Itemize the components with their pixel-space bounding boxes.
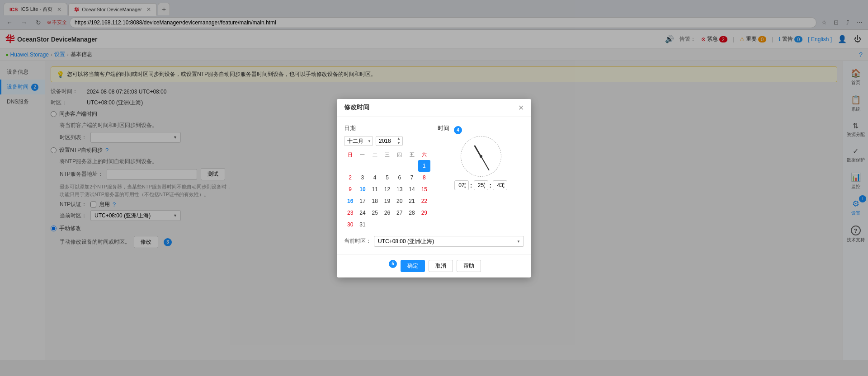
cal-day-16[interactable]: 16 (344, 195, 356, 207)
second-up-button[interactable]: ▲ (501, 181, 506, 185)
cal-day-8[interactable]: 8 (418, 172, 430, 183)
cal-day-empty (406, 160, 418, 172)
cal-day-20[interactable]: 20 (393, 195, 406, 207)
modal-timezone-select[interactable]: UTC+08:00 (亚洲/上海) (374, 236, 524, 247)
year-spinners: ▲ ▼ (396, 136, 402, 146)
minute-hand (481, 156, 490, 170)
cal-day-6[interactable]: 6 (393, 172, 406, 183)
hour-spinners: ▲ ▼ (462, 181, 468, 189)
cal-day-empty (406, 219, 418, 230)
step4-badge: 4 (454, 126, 462, 134)
cal-header-tue: 二 (369, 150, 381, 160)
hour-input-wrapper: ▲ ▼ (454, 180, 469, 190)
cal-day-empty (356, 160, 368, 172)
cal-day-26[interactable]: 26 (381, 207, 393, 219)
modal-footer: 5 确定 取消 帮助 (337, 254, 531, 277)
date-section-header: 日期 (344, 124, 430, 132)
modal-overlay: 修改时间 ✕ 日期 十二月 (0, 0, 868, 360)
cal-day-30[interactable]: 30 (344, 219, 356, 230)
modal-title: 修改时间 (344, 103, 369, 112)
cal-day-5[interactable]: 5 (381, 172, 393, 183)
cal-day-27[interactable]: 27 (393, 207, 406, 219)
month-select-wrapper: 十二月 (344, 136, 373, 146)
minute-up-button[interactable]: ▲ (482, 181, 487, 185)
modal-timezone-select-wrapper: UTC+08:00 (亚洲/上海) (374, 236, 524, 247)
month-select[interactable]: 十二月 (344, 136, 373, 146)
modify-time-modal: 修改时间 ✕ 日期 十二月 (337, 99, 531, 277)
cal-day-empty (418, 219, 430, 230)
minute-input-wrapper: ▲ ▼ (474, 180, 488, 190)
cal-day-empty (369, 160, 381, 172)
minute-down-button[interactable]: ▼ (482, 185, 487, 189)
cal-day-24[interactable]: 24 (356, 207, 368, 219)
cal-day-2[interactable]: 2 (344, 172, 356, 183)
year-down-button[interactable]: ▼ (396, 141, 402, 146)
second-input-wrapper: ▲ ▼ (493, 180, 507, 190)
cal-day-28[interactable]: 28 (406, 207, 418, 219)
cal-day-13[interactable]: 13 (393, 183, 406, 195)
cal-header-fri: 五 (406, 150, 418, 160)
cal-day-14[interactable]: 14 (406, 183, 418, 195)
cal-day-18[interactable]: 18 (369, 195, 381, 207)
cal-week-6: 30 31 (344, 219, 430, 230)
time-section: 时间 4 (438, 124, 524, 230)
cal-day-23[interactable]: 23 (344, 207, 356, 219)
cal-header-sat: 六 (418, 150, 430, 160)
cal-day-9[interactable]: 9 (344, 183, 356, 195)
cal-day-empty (369, 219, 381, 230)
second-spinners: ▲ ▼ (501, 181, 506, 189)
confirm-button[interactable]: 确定 (401, 260, 425, 272)
date-section: 日期 十二月 ▲ ▼ (344, 124, 430, 230)
cal-day-17[interactable]: 17 (356, 195, 368, 207)
modal-header: 修改时间 ✕ (337, 99, 531, 117)
modal-timezone-row: 当前时区： UTC+08:00 (亚洲/上海) (344, 236, 524, 247)
cal-header-sun: 日 (344, 150, 356, 160)
time-section-header: 时间 (438, 124, 449, 132)
cal-day-11[interactable]: 11 (369, 183, 381, 195)
cal-header-thu: 四 (393, 150, 406, 160)
cal-header-wed: 三 (381, 150, 393, 160)
cal-day-empty (381, 219, 393, 230)
cal-day-12[interactable]: 12 (381, 183, 393, 195)
hour-down-button[interactable]: ▼ (462, 185, 468, 189)
cal-day-25[interactable]: 25 (369, 207, 381, 219)
cal-week-2: 2 3 4 5 6 7 8 (344, 172, 430, 183)
clock-face (461, 136, 501, 177)
cal-day-empty (393, 160, 406, 172)
cal-header-mon: 一 (356, 150, 368, 160)
modal-body: 日期 十二月 ▲ ▼ (337, 117, 531, 254)
date-time-layout: 日期 十二月 ▲ ▼ (344, 124, 524, 230)
cal-day-empty (393, 219, 406, 230)
cancel-button[interactable]: 取消 (429, 260, 453, 272)
clock-center (480, 155, 482, 158)
cal-day-19[interactable]: 19 (381, 195, 393, 207)
modal-close-button[interactable]: ✕ (518, 103, 524, 112)
cal-day-10[interactable]: 10 (356, 183, 368, 195)
cal-week-1: 1 (344, 160, 430, 172)
cal-day-22[interactable]: 22 (418, 195, 430, 207)
cal-day-empty (344, 160, 356, 172)
year-up-button[interactable]: ▲ (396, 136, 402, 141)
year-input-wrapper: ▲ ▼ (376, 136, 403, 146)
time-input-row: ▲ ▼ : ▲ ▼ : (438, 180, 524, 190)
modal-timezone-label: 当前时区： (344, 237, 371, 245)
time-section-header-row: 时间 4 (438, 124, 524, 136)
cal-day-3[interactable]: 3 (356, 172, 368, 183)
cal-day-31[interactable]: 31 (356, 219, 368, 230)
cal-day-7[interactable]: 7 (406, 172, 418, 183)
cal-week-3: 9 10 11 12 13 14 15 (344, 183, 430, 195)
cal-day-15[interactable]: 15 (418, 183, 430, 195)
cal-day-4[interactable]: 4 (369, 172, 381, 183)
cal-week-5: 23 24 25 26 27 28 29 (344, 207, 430, 219)
cal-day-1[interactable]: 1 (418, 160, 430, 172)
calendar-grid: 日 一 二 三 四 五 六 (344, 150, 430, 230)
calendar-controls: 十二月 ▲ ▼ (344, 136, 430, 146)
cal-day-29[interactable]: 29 (418, 207, 430, 219)
time-colon-2: : (490, 182, 492, 189)
cal-day-empty (381, 160, 393, 172)
help-button[interactable]: 帮助 (457, 260, 481, 272)
cal-day-21[interactable]: 21 (406, 195, 418, 207)
second-down-button[interactable]: ▼ (501, 185, 506, 189)
hour-up-button[interactable]: ▲ (462, 181, 468, 185)
minute-spinners: ▲ ▼ (482, 181, 487, 189)
